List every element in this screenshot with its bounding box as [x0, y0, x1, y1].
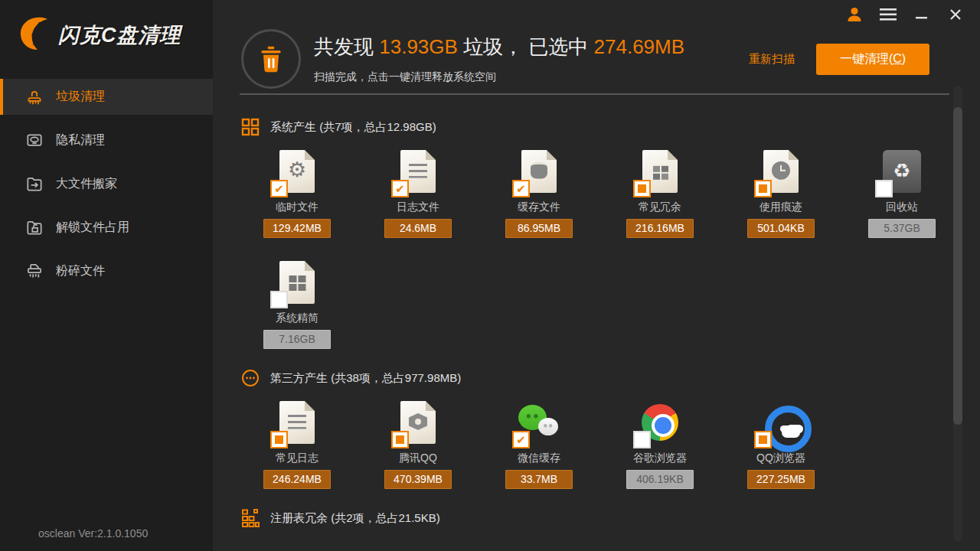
section-items: 常见日志 246.24MB 腾讯QQ 470.39MB 微信缓存 33.7MB …: [263, 401, 949, 489]
section-items: 临时文件 129.42MB 日志文件 24.6MB 缓存文件 86.95MB 常…: [263, 150, 949, 349]
privacy-screen-icon: [24, 131, 44, 151]
cleanup-item[interactable]: 腾讯QQ 470.39MB: [384, 401, 452, 489]
one-click-clean-button[interactable]: 一键清理(C): [816, 44, 929, 75]
sidebar-item-shred-file[interactable]: 粉碎文件: [0, 253, 213, 289]
cleanup-item[interactable]: 常见冗余 216.16MB: [626, 150, 694, 238]
sidebar-item-unlock-file[interactable]: 解锁文件占用: [0, 210, 213, 246]
section-header: 第三方产生 (共38项，总占977.98MB): [241, 369, 949, 387]
item-size-badge: 227.25MB: [747, 470, 815, 489]
sidebar-item-label: 大文件搬家: [56, 176, 117, 192]
item-label: 使用痕迹: [747, 201, 815, 214]
item-checkbox[interactable]: [875, 180, 893, 197]
sidebar-item-privacy-cleanup[interactable]: 隐私清理: [0, 122, 213, 158]
shredder-icon: [24, 262, 44, 282]
item-size-badge: 470.39MB: [384, 470, 452, 489]
item-size-badge: 501.04KB: [747, 219, 815, 238]
item-checkbox[interactable]: [270, 180, 288, 197]
sidebar: 闪克C盘清理 垃圾清理: [0, 0, 213, 551]
item-checkbox[interactable]: [512, 431, 530, 448]
cleanup-item[interactable]: 日志文件 24.6MB: [384, 150, 452, 238]
main-area: 共发现 13.93GB 垃圾， 已选中 274.69MB 扫描完成，点击一键清理…: [213, 0, 980, 551]
app-title: 闪克C盘清理: [58, 21, 181, 49]
item-label: 日志文件: [384, 201, 452, 214]
item-label: 缓存文件: [505, 201, 573, 214]
logo-flash-icon: [18, 17, 54, 54]
sidebar-item-label: 隐私清理: [56, 132, 105, 148]
section-title: 注册表冗余 (共2项，总占21.5KB): [270, 511, 440, 526]
version-text: osclean Ver:2.1.0.1050: [38, 527, 148, 540]
item-size-badge: 216.16MB: [626, 219, 694, 238]
item-size-badge: 24.6MB: [384, 219, 452, 238]
scrollbar-thumb[interactable]: [953, 107, 962, 425]
item-label: QQ浏览器: [747, 452, 815, 465]
section-title: 系统产生 (共7项，总占12.98GB): [270, 120, 436, 135]
sidebar-nav: 垃圾清理 隐私清理 大: [0, 79, 213, 297]
cleanup-item[interactable]: 微信缓存 33.7MB: [505, 401, 573, 489]
sidebar-item-label: 粉碎文件: [56, 263, 105, 279]
rescan-link[interactable]: 重新扫描: [749, 52, 795, 67]
broom-icon: [24, 87, 44, 107]
cleanup-item[interactable]: 缓存文件 86.95MB: [505, 150, 573, 238]
item-checkbox[interactable]: [270, 291, 288, 308]
item-size-badge: 7.16GB: [263, 330, 331, 349]
item-size-badge: 406.19KB: [626, 470, 694, 489]
item-checkbox[interactable]: [633, 180, 651, 197]
folder-unlock-icon: [24, 218, 44, 238]
cleanup-section: 系统产生 (共7项，总占12.98GB) 临时文件 129.42MB 日志文件 …: [241, 118, 949, 349]
section-header: 系统产生 (共7项，总占12.98GB): [241, 118, 949, 136]
item-checkbox[interactable]: [754, 180, 772, 197]
app-window: 闪克C盘清理 垃圾清理: [0, 0, 980, 551]
section-title: 第三方产生 (共38项，总占977.98MB): [270, 371, 461, 386]
item-checkbox[interactable]: [391, 180, 409, 197]
app-logo: 闪克C盘清理: [0, 0, 213, 54]
cleanup-item[interactable]: 临时文件 129.42MB: [263, 150, 331, 238]
trash-circle-icon: [241, 29, 301, 89]
selected-size-value: 274.69MB: [594, 35, 685, 58]
scan-texts: 共发现 13.93GB 垃圾， 已选中 274.69MB 扫描完成，点击一键清理…: [314, 34, 684, 84]
item-checkbox[interactable]: [633, 431, 651, 448]
sidebar-item-big-file-move[interactable]: 大文件搬家: [0, 166, 213, 202]
item-size-badge: 246.24MB: [263, 470, 331, 489]
item-checkbox[interactable]: [270, 431, 288, 448]
item-label: 系统精简: [263, 311, 331, 325]
scan-title: 共发现 13.93GB 垃圾， 已选中 274.69MB: [314, 34, 684, 60]
item-label: 常见冗余: [626, 201, 694, 214]
grid-icon: [241, 118, 260, 136]
cleanup-item[interactable]: 谷歌浏览器 406.19KB: [626, 401, 694, 489]
sidebar-item-label: 垃圾清理: [56, 89, 105, 105]
scan-subtitle: 扫描完成，点击一键清理释放系统空间: [314, 70, 684, 84]
sidebar-item-garbage-cleanup[interactable]: 垃圾清理: [0, 79, 213, 115]
section-list: 系统产生 (共7项，总占12.98GB) 临时文件 129.42MB 日志文件 …: [213, 95, 980, 541]
item-label: 微信缓存: [505, 452, 573, 465]
cleanup-item[interactable]: 使用痕迹 501.04KB: [747, 150, 815, 238]
cleanup-item[interactable]: 回收站 5.37GB: [868, 150, 936, 238]
item-label: 谷歌浏览器: [626, 452, 694, 465]
section-header: 注册表冗余 (共2项，总占21.5KB): [241, 509, 949, 527]
item-label: 腾讯QQ: [384, 452, 452, 465]
sidebar-item-label: 解锁文件占用: [56, 220, 129, 236]
cleanup-item[interactable]: QQ浏览器 227.25MB: [747, 401, 815, 489]
cleanup-section: 注册表冗余 (共2项，总占21.5KB): [241, 509, 949, 541]
item-checkbox[interactable]: [754, 431, 772, 448]
cleanup-section: 第三方产生 (共38项，总占977.98MB) 常见日志 246.24MB 腾讯…: [241, 369, 949, 489]
scan-summary-header: 共发现 13.93GB 垃圾， 已选中 274.69MB 扫描完成，点击一键清理…: [213, 0, 980, 93]
item-checkbox[interactable]: [512, 180, 530, 197]
cleanup-item[interactable]: 常见日志 246.24MB: [263, 401, 331, 489]
item-size-badge: 129.42MB: [263, 219, 331, 238]
registry-icon: [241, 509, 260, 527]
folder-move-icon: [24, 174, 44, 194]
item-size-badge: 5.37GB: [868, 219, 936, 238]
item-label: 常见日志: [263, 452, 331, 465]
found-size-value: 13.93GB: [379, 35, 458, 58]
item-size-badge: 86.95MB: [505, 219, 573, 238]
item-label: 回收站: [868, 201, 936, 214]
cleanup-item[interactable]: 系统精简 7.16GB: [263, 261, 331, 349]
dots-icon: [241, 369, 260, 387]
item-checkbox[interactable]: [391, 431, 409, 448]
item-label: 临时文件: [263, 201, 331, 214]
item-size-badge: 33.7MB: [505, 470, 573, 489]
